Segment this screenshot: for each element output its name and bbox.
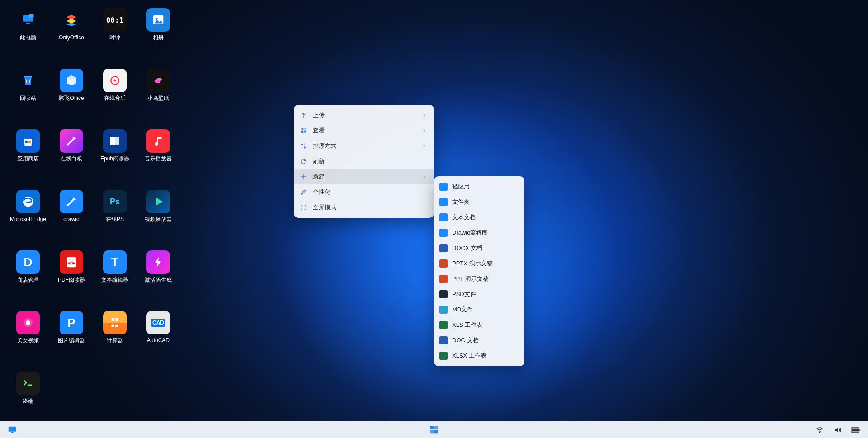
desktop-icon-drawio[interactable]: drawio bbox=[50, 190, 93, 249]
desktop-icon-label: 此电脑 bbox=[20, 34, 36, 41]
expand-icon bbox=[299, 203, 307, 212]
desktop-icon-label: 腾飞Office bbox=[59, 95, 84, 102]
desktop-icon-clock[interactable]: 00:1时钟 bbox=[93, 8, 137, 67]
chevron-right-icon: 〉 bbox=[423, 112, 428, 119]
submenu-item-drawio[interactable]: Drawio流程图 bbox=[434, 225, 524, 240]
desktop-icon-recycle[interactable]: 回收站 bbox=[6, 69, 50, 127]
desktop-icon-gallery[interactable]: 相册 bbox=[137, 8, 180, 67]
submenu-item-lite-app[interactable]: 轻应用 bbox=[434, 179, 524, 194]
svg-rect-19 bbox=[112, 325, 114, 327]
desktop-icon-onlyoffice[interactable]: OnlyOffice bbox=[50, 8, 93, 67]
desktop-icon-calculator[interactable]: 计算器 bbox=[93, 311, 137, 370]
desktop-icon-label: OnlyOffice bbox=[59, 34, 84, 41]
menu-item-upload[interactable]: 上传〉 bbox=[294, 108, 434, 123]
tray-volume-icon[interactable] bbox=[832, 424, 844, 436]
svg-rect-10 bbox=[25, 141, 28, 143]
clock-icon: 00:1 bbox=[103, 8, 127, 32]
video-player-icon bbox=[146, 190, 170, 213]
desktop-icon-autocad[interactable]: CADAutoCAD bbox=[137, 311, 180, 370]
desktop-icon-activation[interactable]: 激活码生成 bbox=[137, 250, 180, 309]
taskbar-app-pc[interactable] bbox=[6, 424, 18, 436]
desktop-icon-shop-manage[interactable]: D商店管理 bbox=[6, 250, 50, 309]
desktop-icon-label: 在线PS bbox=[106, 216, 124, 223]
edge-icon bbox=[16, 190, 40, 213]
filetype-doc-icon bbox=[439, 336, 448, 344]
svg-rect-23 bbox=[301, 131, 303, 133]
desktop[interactable]: 此电脑OnlyOffice00:1时钟相册回收站腾飞Office在线音乐小鸟壁纸… bbox=[0, 0, 868, 421]
submenu-item-txt[interactable]: 文本文档 bbox=[434, 210, 524, 225]
desktop-icon-tengfei[interactable]: 腾飞Office bbox=[50, 69, 93, 127]
submenu-item-docx[interactable]: DOCX 文档 bbox=[434, 240, 524, 256]
menu-item-new[interactable]: 新建〉 bbox=[294, 169, 434, 184]
svg-point-4 bbox=[156, 18, 158, 20]
menu-item-view[interactable]: 查看〉 bbox=[294, 123, 434, 138]
desktop-icon-beauty[interactable]: 美女视频 bbox=[6, 311, 50, 370]
svg-rect-20 bbox=[115, 325, 118, 327]
svg-text:PDF: PDF bbox=[67, 261, 75, 265]
desktop-icon-online-ps[interactable]: Ps在线PS bbox=[93, 190, 137, 249]
submenu-item-doc[interactable]: DOC 文档 bbox=[434, 333, 524, 348]
desktop-icon-grid: 此电脑OnlyOffice00:1时钟相册回收站腾飞Office在线音乐小鸟壁纸… bbox=[6, 8, 180, 430]
desktop-icon-label: 音乐播放器 bbox=[145, 155, 172, 162]
desktop-icon-label: 相册 bbox=[153, 34, 164, 41]
tray-wifi-icon[interactable] bbox=[814, 424, 826, 436]
desktop-icon-label: 回收站 bbox=[20, 95, 36, 102]
desktop-icon-img-editor[interactable]: P图片编辑器 bbox=[50, 311, 93, 370]
submenu-item-xlsx[interactable]: XLSX 工作表 bbox=[434, 348, 524, 363]
submenu-item-xls[interactable]: XLS 工作表 bbox=[434, 317, 524, 333]
submenu-item-label: 轻应用 bbox=[452, 183, 470, 191]
submenu-item-label: DOC 文档 bbox=[452, 336, 479, 344]
desktop-icon-this-pc[interactable]: 此电脑 bbox=[6, 8, 50, 67]
whiteboard-icon bbox=[60, 129, 83, 153]
submenu-item-label: MD文件 bbox=[452, 306, 473, 314]
pencil-icon bbox=[299, 188, 307, 196]
tray-battery-icon[interactable] bbox=[850, 424, 862, 436]
desktop-icon-label: 终端 bbox=[23, 398, 33, 405]
desktop-icon-whiteboard[interactable]: 在线白板 bbox=[50, 129, 93, 188]
menu-item-sort[interactable]: 排序方式〉 bbox=[294, 138, 434, 154]
svg-rect-26 bbox=[11, 432, 14, 433]
desktop-icon-music-player[interactable]: 音乐播放器 bbox=[137, 129, 180, 188]
submenu-item-folder[interactable]: 文件夹 bbox=[434, 194, 524, 210]
menu-item-label: 排序方式 bbox=[313, 142, 417, 150]
activation-icon bbox=[146, 250, 170, 274]
epub-icon bbox=[103, 129, 127, 153]
shop-manage-icon: D bbox=[16, 250, 40, 274]
submenu-item-md[interactable]: MD文件 bbox=[434, 302, 524, 317]
svg-rect-5 bbox=[24, 76, 32, 78]
desktop-icon-label: Epub阅读器 bbox=[100, 155, 129, 162]
desktop-icon-edge[interactable]: Microsoft Edge bbox=[6, 190, 50, 249]
submenu-item-pptx[interactable]: PPTX 演示文稿 bbox=[434, 256, 524, 271]
svg-rect-28 bbox=[434, 426, 438, 429]
desktop-icon-pdf[interactable]: PDFPDF阅读器 bbox=[50, 250, 93, 309]
start-button[interactable] bbox=[428, 424, 440, 436]
svg-rect-25 bbox=[9, 426, 16, 431]
desktop-icon-music-online[interactable]: 在线音乐 bbox=[93, 69, 137, 127]
chevron-right-icon: 〉 bbox=[423, 143, 428, 150]
submenu-item-label: DOCX 文档 bbox=[452, 244, 482, 252]
desktop-icon-video-player[interactable]: 视频播放器 bbox=[137, 190, 180, 249]
submenu-item-ppt[interactable]: PPT 演示文稿 bbox=[434, 271, 524, 287]
submenu-item-psd[interactable]: PSD文件 bbox=[434, 287, 524, 302]
text-editor-icon: T bbox=[103, 250, 127, 274]
desktop-icon-xiaoniao[interactable]: 小鸟壁纸 bbox=[137, 69, 180, 127]
desktop-icon-label: 美女视频 bbox=[17, 337, 39, 344]
desktop-icon-epub[interactable]: Epub阅读器 bbox=[93, 129, 137, 188]
gallery-icon bbox=[146, 8, 170, 32]
filetype-md-icon bbox=[439, 306, 448, 314]
filetype-folder-icon bbox=[439, 198, 448, 206]
menu-item-fullscreen[interactable]: 全屏模式 bbox=[294, 200, 434, 215]
desktop-icon-appstore[interactable]: 应用商店 bbox=[6, 129, 50, 188]
recycle-icon bbox=[16, 69, 40, 92]
submenu-item-label: 文本文档 bbox=[452, 213, 476, 221]
menu-item-personalize[interactable]: 个性化 bbox=[294, 184, 434, 200]
menu-item-refresh[interactable]: 刷新 bbox=[294, 154, 434, 169]
svg-rect-18 bbox=[115, 318, 118, 321]
filetype-drawio-icon bbox=[439, 229, 448, 237]
context-submenu-new: 轻应用文件夹文本文档Drawio流程图DOCX 文档PPTX 演示文稿PPT 演… bbox=[434, 176, 524, 366]
submenu-item-label: PPTX 演示文稿 bbox=[452, 259, 493, 268]
filetype-docx-icon bbox=[439, 244, 448, 252]
onlyoffice-icon bbox=[60, 8, 83, 32]
desktop-icon-label: 图片编辑器 bbox=[58, 337, 85, 344]
desktop-icon-text-editor[interactable]: T文本编辑器 bbox=[93, 250, 137, 309]
